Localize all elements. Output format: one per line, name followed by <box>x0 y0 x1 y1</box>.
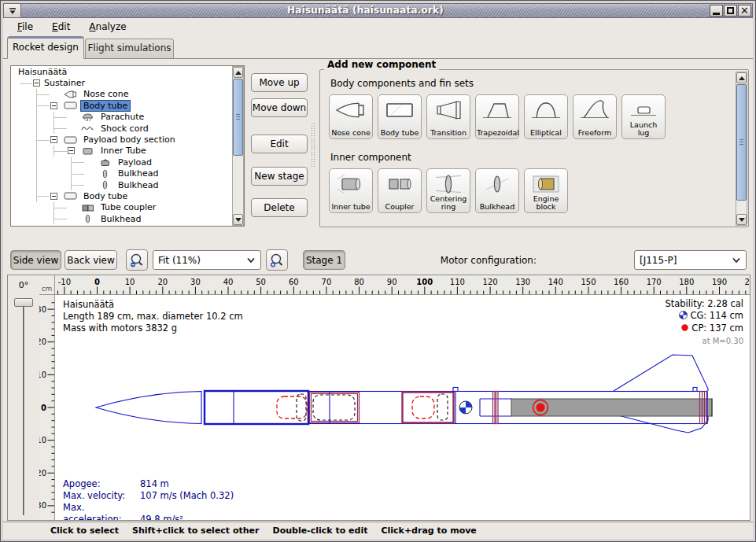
tree-connector-line <box>54 208 67 208</box>
tree-item-label[interactable]: Body tube <box>81 191 130 201</box>
tab-rocket-design[interactable]: Rocket design <box>7 36 84 59</box>
svg-text:100: 100 <box>416 278 433 286</box>
tree-row-shock-cord[interactable]: Shock cord <box>11 123 244 134</box>
delete-button[interactable]: Delete <box>251 198 308 217</box>
hint-double-click: Double-click to edit <box>273 525 368 536</box>
scroll-down-button[interactable] <box>736 214 747 225</box>
tab-flight-simulations[interactable]: Flight simulations <box>85 39 174 58</box>
tree-row-bulkhead[interactable]: Bulkhead <box>11 179 244 190</box>
tree-row-bulkhead[interactable]: Bulkhead <box>11 168 244 179</box>
side-view-button[interactable]: Side view <box>10 250 61 270</box>
menu-edit[interactable]: Edit <box>44 20 78 34</box>
tree-row-inner-tube[interactable]: Inner Tube <box>11 146 244 157</box>
minimize-button[interactable] <box>710 5 723 17</box>
tree-item-label[interactable]: Payload <box>116 157 154 168</box>
scrollbar-thumb[interactable] <box>736 84 747 201</box>
stage-1-toggle[interactable]: Stage 1 <box>303 250 345 270</box>
zoom-in-button[interactable] <box>266 249 288 271</box>
component-button-engine-block[interactable]: Engine block <box>524 168 568 213</box>
parachute-outline <box>277 396 307 418</box>
velocity-value: 107 m/s (Mach 0.32) <box>140 490 234 501</box>
ruler-unit-label: cm <box>39 275 55 295</box>
maximize-button[interactable] <box>724 5 737 17</box>
component-button-nose-cone[interactable]: Nose cone <box>329 94 373 139</box>
cp-icon <box>680 323 689 335</box>
tree-expander-collapse[interactable] <box>50 102 57 109</box>
tree-item-label[interactable]: Bulkhead <box>98 214 143 224</box>
zoom-out-button[interactable] <box>126 249 148 271</box>
tree-row-nose-cone[interactable]: Nose cone <box>11 89 244 100</box>
component-tree[interactable]: HaisunäätäSustainerNose coneBody tubePar… <box>10 65 245 227</box>
tree-scrollbar[interactable] <box>232 66 244 226</box>
scroll-up-button[interactable] <box>233 67 243 78</box>
motor-configuration-label: Motor configuration: <box>441 255 537 266</box>
tree-row-parachute[interactable]: Parachute <box>11 112 244 123</box>
coupler-icon <box>378 171 421 197</box>
tree-item-label[interactable]: Bulkhead <box>116 180 160 190</box>
component-button-centering-ring[interactable]: Centering ring <box>426 168 470 213</box>
tree-row-haisun-t[interactable]: Haisunäätä <box>11 66 244 77</box>
component-button-label: Trapezoidal <box>477 129 518 137</box>
component-button-launch-lug[interactable]: Launch lug <box>621 94 666 139</box>
close-button[interactable]: ✕ <box>738 5 751 17</box>
svg-text:-10: -10 <box>58 278 71 286</box>
tree-row-body-tube[interactable]: Body tube <box>11 190 244 201</box>
inner-component-row: Inner tubeCouplerCentering ringBulkheadE… <box>329 168 568 213</box>
splitter-handle[interactable] <box>311 123 315 167</box>
tree-row-body-tube[interactable]: Body tube <box>11 100 244 111</box>
scroll-up-button[interactable] <box>736 72 747 83</box>
menu-analyze[interactable]: Analyze <box>81 20 134 34</box>
component-button-label: Inner tube <box>330 203 371 211</box>
back-view-button[interactable]: Back view <box>65 250 117 270</box>
motor-configuration-select[interactable]: [J115-P] <box>634 250 747 270</box>
new-stage-button[interactable]: New stage <box>251 167 308 186</box>
tree-item-label[interactable]: Parachute <box>98 112 146 122</box>
rocket-canvas[interactable]: Haisunäätä Length 189 cm, max. diameter … <box>55 295 750 520</box>
tree-expander-collapse[interactable] <box>33 79 40 87</box>
tree-item-label[interactable]: Payload body section <box>81 135 178 145</box>
component-button-body-tube[interactable]: Body tube <box>378 94 422 139</box>
scroll-down-button[interactable] <box>233 214 243 225</box>
scrollbar-thumb[interactable] <box>233 79 243 156</box>
tree-item-label[interactable]: Haisunäätä <box>16 67 69 77</box>
acceleration-label: Max. acceleration: <box>63 502 140 520</box>
tree-row-payload[interactable]: Payload <box>11 157 244 168</box>
component-button-elliptical[interactable]: Elliptical <box>524 94 568 139</box>
tree-row-tube-coupler[interactable]: Tube coupler <box>11 202 244 213</box>
application-window: Haisunäätä (haisunaata.ork) ✕ File Edit … <box>0 0 756 542</box>
rotation-slider[interactable] <box>8 295 39 520</box>
flight-info: Apogee:814 m Max. velocity:107 m/s (Mach… <box>63 478 234 520</box>
tree-item-label[interactable]: Body tube <box>81 101 130 111</box>
component-button-bulkhead[interactable]: Bulkhead <box>475 168 519 213</box>
tree-item-label[interactable]: Inner Tube <box>98 146 149 156</box>
tree-item-label[interactable]: Tube coupler <box>98 202 158 212</box>
arrow-down-icon <box>739 218 745 222</box>
component-button-trapezoidal[interactable]: Trapezoidal <box>475 94 519 139</box>
tree-expander-collapse[interactable] <box>68 147 75 154</box>
move-down-button[interactable]: Move down <box>251 98 308 117</box>
tree-expander-collapse[interactable] <box>50 136 57 143</box>
hint-shift-click: Shift+click to select other <box>132 525 260 536</box>
slider-handle[interactable] <box>14 298 33 307</box>
tree-row-payload-body-section[interactable]: Payload body section <box>11 134 244 145</box>
tree-item-label[interactable]: Sustainer <box>42 78 87 88</box>
move-up-button[interactable]: Move up <box>251 73 308 92</box>
svg-text:-10: -10 <box>39 371 46 379</box>
tree-item-label[interactable]: Nose cone <box>81 89 131 99</box>
tree-item-label[interactable]: Bulkhead <box>116 168 160 179</box>
component-button-inner-tube[interactable]: Inner tube <box>329 168 373 213</box>
component-panel-scrollbar[interactable] <box>736 72 747 226</box>
edit-button[interactable]: Edit <box>251 135 308 153</box>
svg-text:160: 160 <box>614 278 629 286</box>
component-button-transition[interactable]: Transition <box>426 94 470 139</box>
window-menu-button[interactable] <box>4 4 21 17</box>
component-button-coupler[interactable]: Coupler <box>378 168 422 213</box>
tree-row-sustainer[interactable]: Sustainer <box>11 77 244 88</box>
menu-file[interactable]: File <box>9 20 41 34</box>
zoom-select[interactable]: Fit (11%) <box>153 250 261 270</box>
inner-tube-icon <box>330 171 372 197</box>
tree-row-bulkhead[interactable]: Bulkhead <box>11 213 244 224</box>
tree-item-label[interactable]: Shock cord <box>98 124 151 134</box>
component-button-freeform[interactable]: Freeform <box>573 94 617 139</box>
tree-expander-collapse[interactable] <box>50 193 57 200</box>
